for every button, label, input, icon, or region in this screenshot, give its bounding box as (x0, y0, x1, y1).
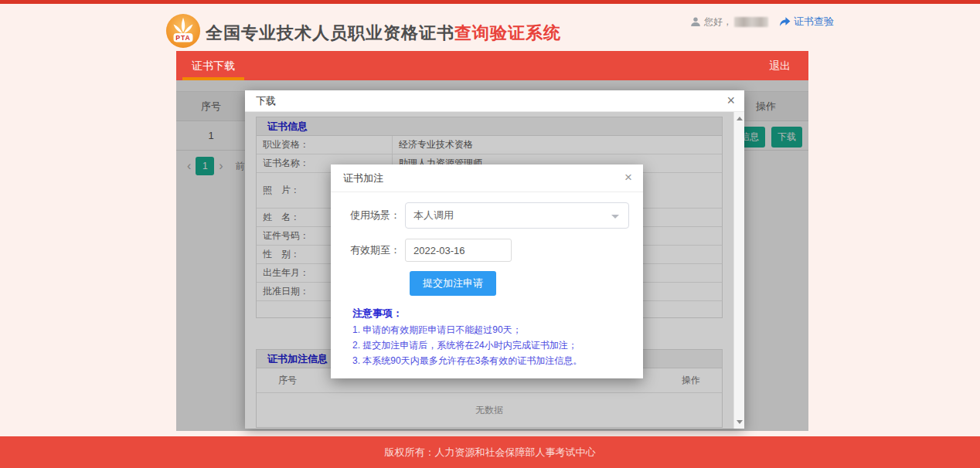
annotate-modal-title: 证书加注 (343, 172, 383, 184)
svg-text:PTA: PTA (175, 34, 190, 42)
download-modal-close-icon[interactable]: × (726, 90, 735, 110)
footer: 版权所有：人力资源和社会保障部人事考试中心 (0, 436, 980, 468)
scene-select-value: 本人调用 (406, 203, 628, 228)
scene-label: 使用场景： (331, 209, 405, 222)
logo-icon: PTA (165, 13, 201, 49)
notes-block: 注意事项： 1. 申请的有效期距申请日不能超过90天； 2. 提交加注申请后，系… (352, 307, 643, 367)
app-logo: PTA (165, 13, 201, 49)
page-title: 全国专业技术人员职业资格证书查询验证系统 (206, 22, 561, 45)
share-arrow-icon (779, 16, 791, 27)
greeting-text: 您好， (704, 15, 732, 29)
tab-cert-download[interactable]: 证书下载 (182, 51, 244, 80)
tab-cert-download-label: 证书下载 (192, 59, 235, 72)
expiry-date-input[interactable] (405, 239, 512, 262)
note-item: 2. 提交加注申请后，系统将在24小时内完成证书加注； (352, 340, 643, 351)
user-name-masked (734, 17, 768, 27)
modal-scrollbar[interactable] (733, 112, 744, 429)
annotate-modal-close-icon[interactable]: × (624, 164, 632, 191)
expiry-form-row: 有效期至： (331, 239, 643, 262)
logout-button[interactable]: 退出 (769, 51, 791, 80)
note-item: 3. 本系统90天内最多允许存在3条有效的证书加注信息。 (352, 355, 643, 367)
cert-verify-label: 证书查验 (794, 15, 834, 29)
chevron-down-icon (611, 215, 619, 219)
cert-verify-link[interactable]: 证书查验 (779, 15, 834, 29)
download-modal-titlebar: 下载 × (245, 90, 744, 112)
header: PTA 全国专业技术人员职业资格证书查询验证系统 您好， 证书查验 (0, 4, 980, 51)
notes-title: 注意事项： (352, 307, 643, 320)
page-title-main: 全国专业技术人员职业资格证书 (206, 23, 454, 42)
download-modal-title: 下载 (256, 95, 276, 107)
expiry-label: 有效期至： (331, 243, 405, 257)
main-nav: 证书下载 退出 (176, 51, 808, 80)
page-title-accent: 查询验证系统 (454, 23, 561, 42)
copyright-text: 版权所有：人力资源和社会保障部人事考试中心 (385, 446, 596, 458)
scroll-down-arrow-icon[interactable] (734, 416, 745, 427)
user-info: 您好， 证书查验 (690, 15, 834, 29)
scene-form-row: 使用场景： 本人调用 (331, 202, 643, 229)
note-item: 1. 申请的有效期距申请日不能超过90天； (352, 324, 643, 336)
annotate-modal: 证书加注 × 使用场景： 本人调用 有效期至： 提交加注申请 注意事项： 1. … (331, 164, 643, 378)
scene-select[interactable]: 本人调用 (405, 202, 629, 229)
scroll-up-arrow-icon[interactable] (734, 114, 745, 124)
annotate-modal-titlebar: 证书加注 × (331, 164, 643, 192)
submit-annotation-button[interactable]: 提交加注申请 (410, 271, 496, 296)
person-icon (690, 16, 701, 27)
